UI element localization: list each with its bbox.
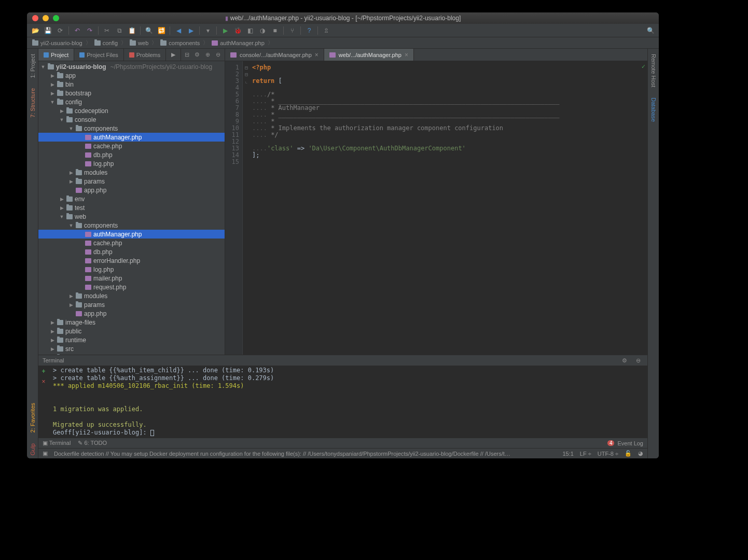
- project-tool-tab[interactable]: 1: Project: [29, 51, 37, 81]
- cut-icon[interactable]: ✂: [102, 25, 112, 36]
- terminal-hide-icon[interactable]: ⊖: [633, 355, 643, 366]
- tree-node[interactable]: ▶runtime: [38, 335, 225, 344]
- todo-tab[interactable]: ✎ 6: TODO: [78, 440, 107, 446]
- tree-node[interactable]: ▶image-files: [38, 318, 225, 327]
- remote-host-tool-tab[interactable]: Remote Host: [649, 51, 658, 90]
- tree-node[interactable]: app.php: [38, 186, 225, 194]
- tree-node[interactable]: ▶test: [38, 203, 225, 212]
- replace-icon[interactable]: 🔁: [156, 25, 167, 36]
- tree-node[interactable]: cache.php: [38, 239, 225, 247]
- lock-icon[interactable]: 🔓: [625, 450, 632, 457]
- project-tab[interactable]: Project: [38, 49, 74, 61]
- line-ending[interactable]: LF ÷: [580, 451, 591, 457]
- tree-node[interactable]: ▼components: [38, 124, 225, 133]
- help-icon[interactable]: ?: [304, 25, 314, 36]
- sync-icon[interactable]: ⟳: [55, 25, 65, 36]
- find-icon[interactable]: 🔍: [144, 25, 154, 36]
- profile-icon[interactable]: ◑: [257, 25, 268, 36]
- terminal-output[interactable]: > create table {{%auth_item_child}} ... …: [49, 366, 647, 438]
- editor-tab[interactable]: console/.../authManager.php×: [225, 49, 324, 61]
- close-session-icon[interactable]: ×: [41, 378, 45, 385]
- tree-node[interactable]: ▶bin: [38, 80, 225, 89]
- hide-panel-icon[interactable]: ⊖: [213, 50, 223, 60]
- stop-icon[interactable]: ■: [270, 25, 280, 36]
- titlebar[interactable]: ▮web/.../authManager.php - yii2-usuario-…: [27, 12, 659, 24]
- tree-node[interactable]: cache.php: [38, 142, 225, 150]
- tree-node[interactable]: ▶bootstrap: [38, 89, 225, 97]
- inspection-ok-icon: ✓: [642, 63, 645, 70]
- problems-tab[interactable]: Problems: [124, 49, 166, 61]
- tree-node[interactable]: mailer.php: [38, 274, 225, 283]
- tree-node[interactable]: ▼console: [38, 115, 225, 124]
- code-area[interactable]: ✓ <?php return [ ..../*.... * __________…: [250, 61, 647, 355]
- deploy-icon[interactable]: ⇫: [321, 25, 331, 36]
- more-views-button[interactable]: ▶: [166, 49, 181, 61]
- debug-icon[interactable]: 🐞: [232, 25, 243, 36]
- tree-node[interactable]: log.php: [38, 159, 225, 168]
- tree-node[interactable]: request.php: [38, 283, 225, 291]
- terminal-settings-icon[interactable]: ⚙: [619, 355, 630, 366]
- undo-icon[interactable]: ↶: [72, 25, 82, 36]
- tree-root[interactable]: ▼ yii2-usuario-blog ~/PhpstormProjects/y…: [38, 62, 225, 71]
- tree-node[interactable]: ▶modules: [38, 168, 225, 177]
- tree-node[interactable]: ▶public: [38, 327, 225, 335]
- fold-gutter[interactable]: ⊟⊟⌞: [243, 61, 250, 355]
- tree-node[interactable]: ▼config: [38, 97, 225, 106]
- run-config-dropdown[interactable]: ▾: [203, 25, 213, 36]
- project-files-tab[interactable]: Project Files: [74, 49, 124, 61]
- database-tool-tab[interactable]: Database: [649, 94, 658, 125]
- close-tab-icon[interactable]: ×: [405, 51, 408, 59]
- editor-body[interactable]: 123456789101112131415 ⊟⊟⌞ ✓ <?php return…: [225, 61, 647, 355]
- caret-position[interactable]: 15:1: [562, 451, 573, 457]
- gulp-tool-tab[interactable]: Gulp: [29, 440, 37, 458]
- breadcrumb-item[interactable]: config: [92, 40, 120, 46]
- breadcrumb-item[interactable]: components: [158, 40, 202, 46]
- tree-node[interactable]: authManager.php: [38, 230, 225, 239]
- back-icon[interactable]: ◀: [173, 25, 184, 36]
- tree-node[interactable]: db.php: [38, 150, 225, 159]
- close-tab-icon[interactable]: ×: [315, 51, 318, 59]
- save-all-icon[interactable]: 💾: [43, 25, 53, 36]
- forward-icon[interactable]: ▶: [186, 25, 196, 36]
- terminal-tab[interactable]: ▣ Terminal: [43, 440, 71, 446]
- new-session-icon[interactable]: +: [41, 368, 45, 375]
- structure-tool-tab[interactable]: 7: Structure: [29, 85, 37, 121]
- vcs-icon[interactable]: ⑂: [287, 25, 297, 36]
- search-everywhere-icon[interactable]: 🔍: [645, 25, 656, 36]
- favorites-tool-tab[interactable]: 2: Favorites: [29, 400, 37, 436]
- file-encoding[interactable]: UTF-8 ÷: [598, 451, 618, 457]
- tree-node[interactable]: ▶app: [38, 71, 225, 80]
- breadcrumb-item[interactable]: web: [128, 40, 150, 46]
- tree-node[interactable]: db.php: [38, 247, 225, 256]
- tree-node[interactable]: ▶params: [38, 300, 225, 309]
- settings-gear-icon[interactable]: ⚙: [192, 50, 202, 60]
- tree-node[interactable]: errorHandler.php: [38, 256, 225, 265]
- project-tree[interactable]: ▼ yii2-usuario-blog ~/PhpstormProjects/y…: [38, 61, 225, 355]
- tree-node[interactable]: log.php: [38, 265, 225, 274]
- tree-node[interactable]: ▼components: [38, 221, 225, 230]
- tree-node[interactable]: app.php: [38, 309, 225, 318]
- locate-icon[interactable]: ⊕: [203, 50, 212, 60]
- terminal-header[interactable]: Terminal ⚙ ⊖: [38, 355, 647, 366]
- run-icon[interactable]: ▶: [220, 25, 230, 36]
- editor-tab[interactable]: web/.../authManager.php×: [324, 49, 414, 61]
- tree-node[interactable]: ▶env: [38, 194, 225, 203]
- event-log-tab[interactable]: Event Log: [617, 440, 643, 446]
- breadcrumb-item[interactable]: authManager.php: [210, 40, 267, 46]
- paste-icon[interactable]: 📋: [127, 25, 137, 36]
- tree-node[interactable]: ▶src: [38, 344, 225, 353]
- tree-node[interactable]: ▼web: [38, 212, 225, 221]
- coverage-icon[interactable]: ◧: [245, 25, 255, 36]
- breadcrumb-item[interactable]: yii2-usuario-blog: [30, 40, 85, 46]
- open-file-icon[interactable]: 📂: [30, 25, 40, 36]
- tree-node[interactable]: ▶codeception: [38, 106, 225, 115]
- line-number-gutter: 123456789101112131415: [225, 61, 243, 355]
- status-toggle-icon[interactable]: ▣: [43, 450, 48, 457]
- inspector-icon[interactable]: ◕: [638, 450, 643, 457]
- tree-node[interactable]: authManager.php: [38, 133, 225, 142]
- collapse-all-icon[interactable]: ⊟: [182, 50, 191, 60]
- tree-node[interactable]: ▶modules: [38, 291, 225, 300]
- tree-node[interactable]: ▶params: [38, 177, 225, 186]
- copy-icon[interactable]: ⧉: [114, 25, 124, 36]
- redo-icon[interactable]: ↷: [85, 25, 95, 36]
